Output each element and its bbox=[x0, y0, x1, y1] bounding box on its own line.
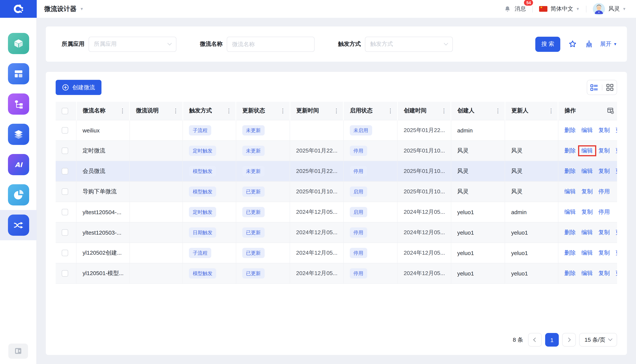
col-header-update-time: 更新时间⋮ bbox=[290, 102, 343, 120]
search-button[interactable]: 搜 索 bbox=[535, 36, 560, 52]
chevron-down-icon[interactable]: ▼ bbox=[576, 7, 579, 11]
more-link[interactable]: 更 bbox=[615, 270, 617, 276]
edit-link[interactable]: 编辑 bbox=[581, 126, 593, 133]
more-link[interactable]: 更 bbox=[615, 229, 617, 235]
sidebar-item-micro-flow[interactable] bbox=[0, 210, 37, 240]
cell-description bbox=[130, 140, 183, 161]
ai-icon: AI bbox=[8, 154, 29, 175]
copy-link[interactable]: 复制 bbox=[581, 208, 593, 215]
app-select[interactable]: 所属应用 bbox=[89, 36, 176, 52]
edit-link[interactable]: 编辑 bbox=[581, 229, 593, 235]
page-size-select[interactable]: 15 条/页 bbox=[579, 333, 617, 346]
cell-creator: yeluo1 bbox=[451, 222, 505, 242]
create-flow-button[interactable]: 创建微流 bbox=[56, 80, 102, 95]
next-page-button[interactable] bbox=[562, 333, 576, 346]
row-checkbox[interactable] bbox=[62, 250, 68, 256]
sidebar-item-app-center[interactable] bbox=[0, 28, 37, 59]
cell-updater: yeluo1 bbox=[505, 242, 558, 263]
edit-link[interactable]: 编辑 bbox=[581, 168, 593, 174]
chevron-down-icon[interactable]: ▼ bbox=[622, 7, 626, 11]
username[interactable]: 风灵 bbox=[608, 5, 620, 12]
edit-link[interactable]: 编辑 bbox=[581, 147, 593, 154]
row-checkbox[interactable] bbox=[62, 127, 68, 134]
grid-view-button[interactable] bbox=[606, 84, 614, 91]
app-logo[interactable] bbox=[0, 0, 37, 18]
col-label: 微流说明 bbox=[136, 107, 159, 114]
logo-swirl-icon bbox=[13, 4, 24, 14]
column-menu-icon[interactable]: ⋮ bbox=[280, 108, 286, 114]
delete-link[interactable]: 删除 bbox=[564, 168, 576, 174]
messages-link[interactable]: 消息 54 bbox=[514, 5, 526, 12]
sidebar-item-analytics[interactable] bbox=[0, 180, 37, 210]
column-menu-icon[interactable]: ⋮ bbox=[120, 108, 125, 114]
enable-status-tag: 停用 bbox=[350, 166, 367, 176]
edit-link[interactable]: 编辑 bbox=[564, 208, 576, 215]
more-link[interactable]: 更 bbox=[615, 126, 617, 133]
row-checkbox[interactable] bbox=[62, 148, 68, 154]
row-checkbox[interactable] bbox=[62, 230, 68, 236]
cell-actions: 编辑复制停用 bbox=[558, 181, 617, 202]
flow-name-input[interactable] bbox=[227, 36, 315, 52]
copy-link[interactable]: 复制 bbox=[598, 147, 610, 154]
bell-icon[interactable] bbox=[504, 5, 511, 13]
column-menu-icon[interactable]: ⋮ bbox=[334, 108, 339, 114]
delete-link[interactable]: 删除 bbox=[564, 147, 576, 154]
edit-link[interactable]: 编辑 bbox=[581, 270, 593, 276]
sidebar-item-flow-chart[interactable] bbox=[0, 89, 37, 119]
cell-description bbox=[130, 242, 183, 263]
favorite-button[interactable] bbox=[568, 40, 577, 48]
cell-description bbox=[130, 202, 183, 222]
avatar[interactable] bbox=[593, 3, 605, 15]
column-menu-icon[interactable]: ⋮ bbox=[441, 108, 447, 114]
select-all-checkbox[interactable] bbox=[62, 108, 68, 114]
column-menu-icon[interactable]: ⋮ bbox=[173, 108, 179, 114]
sidebar-item-model-layers[interactable] bbox=[0, 119, 37, 150]
clear-button[interactable] bbox=[585, 40, 593, 48]
sidebar-collapse-button[interactable] bbox=[8, 344, 28, 359]
expand-toggle[interactable]: 展开 ▼ bbox=[600, 40, 617, 48]
column-menu-icon[interactable]: ⋮ bbox=[387, 108, 393, 114]
row-checkbox[interactable] bbox=[62, 188, 68, 195]
language-selector[interactable]: 简体中文 bbox=[550, 5, 573, 12]
delete-link[interactable]: 删除 bbox=[564, 229, 576, 235]
copy-link[interactable]: 复制 bbox=[598, 249, 610, 256]
chevron-down-icon[interactable]: ▼ bbox=[80, 7, 84, 11]
edit-link[interactable]: 编辑 bbox=[581, 249, 593, 256]
column-menu-icon[interactable]: ⋮ bbox=[495, 108, 501, 114]
cell-name: 导购下单微流 bbox=[76, 181, 130, 202]
delete-link[interactable]: 删除 bbox=[564, 126, 576, 133]
disable-link[interactable]: 停用 bbox=[598, 188, 610, 194]
copy-link[interactable]: 复制 bbox=[598, 229, 610, 235]
copy-link[interactable]: 复制 bbox=[598, 126, 610, 133]
sidebar-item-page-design[interactable] bbox=[0, 59, 37, 89]
trigger-tag: 子流程 bbox=[189, 248, 211, 258]
current-page[interactable]: 1 bbox=[545, 333, 559, 346]
table-header-row: 微流名称⋮微流说明⋮触发方式⋮更新状态⋮更新时间⋮启用状态⋮创建时间⋮创建人⋮更… bbox=[56, 102, 617, 120]
more-link[interactable]: 更 bbox=[615, 168, 617, 174]
cell-updater bbox=[505, 120, 558, 140]
list-view-button[interactable] bbox=[590, 84, 598, 91]
cell-description bbox=[130, 181, 183, 202]
copy-link[interactable]: 复制 bbox=[598, 168, 610, 174]
chevron-left-icon bbox=[533, 338, 537, 342]
copy-link[interactable]: 复制 bbox=[581, 188, 593, 194]
delete-link[interactable]: 删除 bbox=[564, 249, 576, 256]
row-checkbox[interactable] bbox=[62, 168, 68, 174]
edit-link[interactable]: 编辑 bbox=[564, 188, 576, 194]
column-menu-icon[interactable]: ⋮ bbox=[548, 108, 554, 114]
filter-label-app: 所属应用 bbox=[56, 40, 85, 48]
delete-link[interactable]: 删除 bbox=[564, 270, 576, 276]
trigger-select[interactable]: 触发方式 bbox=[365, 36, 453, 52]
sidebar-item-ai[interactable]: AI bbox=[0, 150, 37, 180]
more-link[interactable]: 更 bbox=[615, 147, 617, 154]
cell-create-time: 2025年01月10... bbox=[397, 161, 451, 181]
disable-link[interactable]: 停用 bbox=[598, 208, 610, 215]
column-menu-icon[interactable]: ⋮ bbox=[226, 108, 232, 114]
trigger-tag: 模型触发 bbox=[189, 166, 216, 176]
prev-page-button[interactable] bbox=[528, 333, 542, 346]
more-link[interactable]: 更 bbox=[615, 249, 617, 256]
row-checkbox[interactable] bbox=[62, 270, 68, 277]
row-checkbox[interactable] bbox=[62, 209, 68, 216]
column-settings-button[interactable] bbox=[607, 108, 614, 114]
copy-link[interactable]: 复制 bbox=[598, 270, 610, 276]
